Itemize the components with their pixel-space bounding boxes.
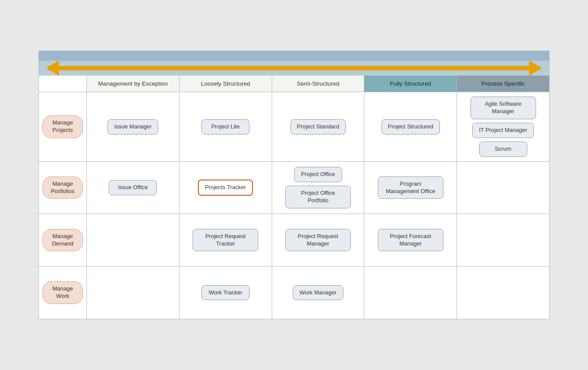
cell-content-3-1: Work Tracker: [182, 285, 269, 301]
product-box-0-4-1[interactable]: IT Project Manager: [472, 123, 533, 138]
cell-content-0-2: Project Standard: [275, 119, 362, 135]
data-cell-0-0: Issue Manager: [87, 92, 180, 161]
data-cell-0-3: Project Structured: [364, 92, 457, 161]
cell-content-1-1: Projects Tracker: [182, 180, 269, 196]
data-cell-0-2: Project Standard: [272, 92, 365, 161]
data-cell-1-1: Projects Tracker: [180, 162, 272, 214]
product-box-0-4-0[interactable]: Agile Software Manager: [470, 97, 536, 119]
data-row-3: Manage WorkWork TrackerWork Manager: [39, 266, 549, 319]
col-header-3: Fully Structured: [364, 76, 457, 92]
diagram-title: [39, 51, 549, 61]
data-row-2: Manage DemandProject Request TrackerProj…: [39, 214, 549, 266]
product-box-0-4-2[interactable]: Scrum: [479, 142, 527, 157]
cell-content-0-0: Issue Manager: [90, 119, 176, 135]
diagram-container: Management by ExceptionLoosely Structure…: [38, 51, 550, 319]
data-cell-2-3: Project Forecast Manager: [364, 214, 457, 266]
data-cell-3-3: [364, 266, 457, 319]
cell-content-1-2: Project OfficeProject Office Portfolio: [275, 167, 362, 208]
data-cell-0-4: Agile Software ManagerIT Project Manager…: [457, 92, 549, 161]
data-cell-2-4: [457, 214, 549, 266]
cell-content-3-2: Work Manager: [275, 285, 362, 301]
data-row-0: Manage ProjectsIssue ManagerProject Lite…: [39, 92, 549, 162]
cell-content-2-3: Project Forecast Manager: [367, 229, 454, 252]
row-label-cell-1: Manage Portfolios: [39, 162, 87, 214]
data-rows: Manage ProjectsIssue ManagerProject Lite…: [39, 92, 549, 319]
data-cell-3-4: [457, 266, 549, 319]
product-box-1-2-1[interactable]: Project Office Portfolio: [285, 186, 351, 208]
cell-content-2-1: Project Request Tracker: [182, 229, 269, 252]
arrow-row: [39, 61, 549, 76]
product-box-0-2-0[interactable]: Project Standard: [291, 119, 346, 135]
data-cell-1-2: Project OfficeProject Office Portfolio: [272, 162, 365, 214]
cell-content-0-1: Project Lite: [182, 119, 269, 135]
row-label-cell-0: Manage Projects: [39, 92, 87, 161]
col-header-4: Process Specific: [457, 76, 549, 92]
col-header-1: Loosely Structured: [180, 76, 272, 92]
data-cell-2-0: [87, 214, 180, 266]
row-label-pill-2: Manage Demand: [42, 229, 83, 252]
arrow-left-icon: [47, 60, 59, 76]
row-label-cell-3: Manage Work: [39, 266, 87, 319]
product-box-0-1-0[interactable]: Project Lite: [201, 119, 249, 135]
row-label-pill-1: Manage Portfolios: [42, 176, 83, 199]
arrow-right-icon: [529, 60, 541, 76]
product-box-2-1-0[interactable]: Project Request Tracker: [193, 229, 258, 252]
cell-content-0-3: Project Structured: [367, 119, 454, 135]
product-box-1-3-0[interactable]: Program Management Office: [378, 176, 443, 199]
data-cell-0-1: Project Lite: [180, 92, 272, 161]
product-box-1-1-0[interactable]: Projects Tracker: [198, 180, 253, 196]
data-cell-2-1: Project Request Tracker: [180, 214, 272, 266]
col-headers-row: Management by ExceptionLoosely Structure…: [39, 76, 549, 93]
product-box-3-1-0[interactable]: Work Tracker: [201, 285, 249, 301]
cell-content-2-2: Project Request Manager: [275, 229, 362, 252]
data-cell-1-0: Issue Office: [87, 162, 180, 214]
data-cell-2-2: Project Request Manager: [272, 214, 365, 266]
col-header-0: Management by Exception: [87, 76, 180, 92]
arrow-line: [48, 66, 540, 70]
arrow-bar: [48, 64, 540, 72]
product-box-0-3-0[interactable]: Project Structured: [381, 119, 440, 135]
data-cell-3-1: Work Tracker: [180, 266, 272, 319]
product-box-2-2-0[interactable]: Project Request Manager: [285, 229, 351, 252]
row-label-pill-0: Manage Projects: [42, 115, 83, 138]
row-label-cell-2: Manage Demand: [39, 214, 87, 266]
product-box-0-0-0[interactable]: Issue Manager: [107, 119, 158, 135]
cell-content-0-4: Agile Software ManagerIT Project Manager…: [460, 97, 546, 157]
product-box-1-0-0[interactable]: Issue Office: [109, 180, 157, 195]
cell-content-1-0: Issue Office: [90, 180, 176, 195]
product-box-2-3-0[interactable]: Project Forecast Manager: [378, 229, 443, 252]
col-header-2: Semi-Structured: [272, 76, 365, 92]
row-label-pill-3: Manage Work: [42, 281, 83, 304]
cell-content-1-3: Program Management Office: [367, 176, 454, 199]
data-cell-3-0: [87, 266, 180, 319]
data-cell-1-3: Program Management Office: [364, 162, 457, 214]
col-header-spacer: [39, 76, 87, 92]
product-box-1-2-0[interactable]: Project Office: [294, 167, 342, 182]
data-cell-1-4: [457, 162, 549, 214]
data-row-1: Manage PortfoliosIssue OfficeProjects Tr…: [39, 162, 549, 214]
product-box-3-2-0[interactable]: Work Manager: [293, 285, 343, 301]
data-cell-3-2: Work Manager: [272, 266, 365, 319]
